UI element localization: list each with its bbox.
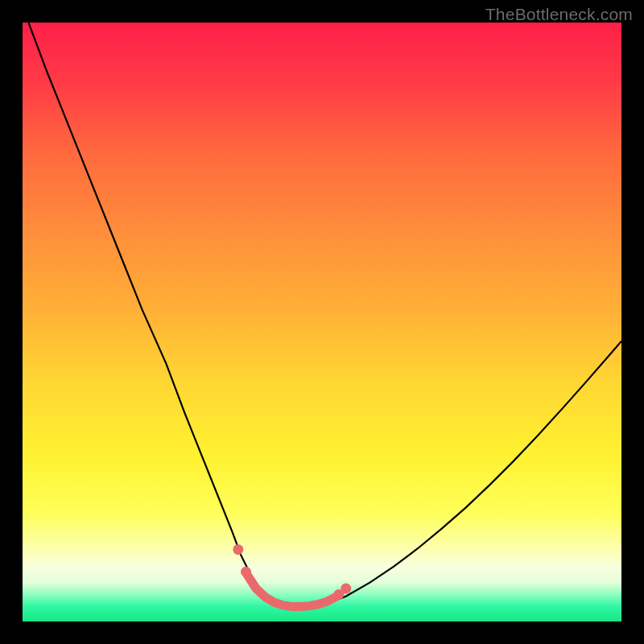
- watermark-text: TheBottleneck.com: [485, 5, 633, 24]
- chart-frame: TheBottleneck.com: [0, 0, 644, 644]
- valley-highlight: [247, 575, 337, 606]
- plot-area: [23, 23, 621, 621]
- dot-left-2: [241, 567, 251, 577]
- curve-layer: [23, 23, 621, 621]
- bottleneck-curve: [28, 23, 621, 606]
- dot-right-2: [341, 584, 351, 594]
- dot-left-1: [233, 544, 243, 555]
